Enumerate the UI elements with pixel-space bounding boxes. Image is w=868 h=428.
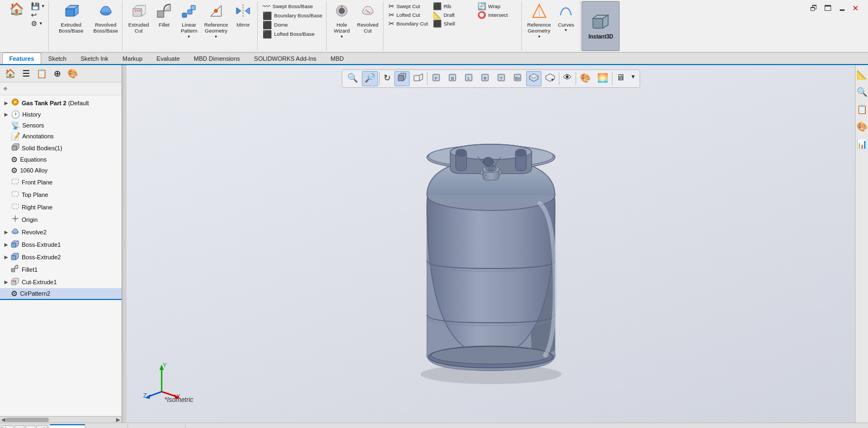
zoom-to-fit-button[interactable]: 🔍: [344, 71, 361, 86]
lofted-cut-button[interactable]: ✂ Lofted Cut: [387, 11, 430, 19]
save-button[interactable]: 💾 ▾: [29, 2, 46, 10]
tree-item-solid-bodies[interactable]: Solid Bodies(1): [0, 142, 122, 154]
nav-next-button[interactable]: ▶: [25, 425, 35, 428]
tree-item-front-plane[interactable]: Front Plane: [0, 176, 122, 188]
hole-wizard-button[interactable]: HoleWizard ▾: [330, 2, 354, 40]
tree-item-annotations[interactable]: 📝 Annotations: [0, 131, 122, 142]
viewport[interactable]: 🔍 🔎 ↻ F B L R T: [126, 65, 855, 423]
tab-evaluate[interactable]: Evaluate: [150, 53, 187, 64]
bottom-view-button[interactable]: Bo: [510, 71, 525, 86]
right-panel-display-button[interactable]: 📐: [854, 67, 868, 82]
tab-model[interactable]: Model: [50, 424, 85, 429]
filter-icon[interactable]: ⌖: [3, 84, 8, 93]
close-button[interactable]: ✕: [850, 3, 861, 13]
boundary-boss-button[interactable]: ⬛ Boundary Boss/Base: [261, 11, 324, 20]
tree-item-1060-alloy[interactable]: ⚙ 1060 Alloy: [0, 165, 122, 176]
right-panel-search-button[interactable]: 🔍: [854, 85, 868, 100]
tab-3d-views[interactable]: 3D Views: [85, 425, 128, 429]
scrollbar-thumb[interactable]: [5, 418, 49, 422]
horizontal-scrollbar[interactable]: ◀ ▶: [0, 416, 122, 423]
tab-mbd-dimensions[interactable]: MBD Dimensions: [187, 53, 247, 64]
reference-geometry2-button[interactable]: ReferenceGeometry ▾: [525, 2, 553, 40]
tree-item-boss-extrude1[interactable]: ▶ Boss-Extrude1: [0, 238, 122, 251]
home-button[interactable]: 🏠: [4, 2, 28, 17]
right-panel-config-button[interactable]: 📋: [854, 102, 868, 117]
config-manager-button[interactable]: ⊕: [51, 67, 63, 80]
swept-boss-label: Swept Boss/Base: [272, 3, 312, 9]
reference-geometry-button[interactable]: ReferenceGeometry ▾: [202, 2, 230, 40]
draft-button[interactable]: 📐 Draft: [431, 11, 475, 19]
intersect-button[interactable]: ⭕ Intersect: [476, 11, 519, 19]
tree-item-boss-extrude2[interactable]: ▶ Boss-Extrude2: [0, 251, 122, 263]
lofted-boss-button[interactable]: ⬛ Lofted Boss/Base: [261, 30, 324, 39]
tab-markup[interactable]: Markup: [116, 53, 150, 64]
list-view-button[interactable]: ☰: [20, 67, 33, 80]
tree-item-origin[interactable]: Origin: [0, 213, 122, 226]
display-settings-button[interactable]: 🖥: [614, 71, 628, 86]
display-more-button[interactable]: ▾: [629, 71, 637, 86]
tree-item-cut-extrude1[interactable]: ▶ Cut-Extrude1: [0, 276, 122, 288]
maximize-button[interactable]: 🗖: [821, 3, 834, 13]
settings-button[interactable]: ⚙ ▾: [29, 20, 46, 28]
restore-small-button[interactable]: 🗗: [807, 3, 820, 13]
isometric-view-button[interactable]: [526, 71, 541, 86]
more-views-button[interactable]: ▾: [542, 71, 558, 86]
right-panel-appearance-button[interactable]: 🎨: [854, 119, 868, 135]
tab-solidworks-addins[interactable]: SOLIDWORKS Add-Ins: [247, 53, 323, 64]
front-view-button[interactable]: F: [429, 71, 444, 86]
rotate-view-button[interactable]: ↻: [381, 71, 393, 86]
revolved-cut-button[interactable]: RevolvedCut: [355, 2, 381, 35]
scroll-left-button[interactable]: ◀: [1, 417, 5, 423]
undo-button[interactable]: ↩: [29, 11, 46, 19]
tree-item-sensors[interactable]: 📡 Sensors: [0, 120, 122, 131]
top-view-button[interactable]: T: [494, 71, 509, 86]
scenes-button[interactable]: 🌅: [595, 71, 611, 86]
tree-item-revolve2[interactable]: ▶ Revolve2: [0, 226, 122, 238]
tree-item-cirpattern2[interactable]: ⚙ CirPattern2: [0, 288, 122, 300]
feature-manager-button[interactable]: 🏠: [2, 67, 18, 80]
mirror-button[interactable]: Mirror: [231, 2, 255, 29]
tab-sketch[interactable]: Sketch: [41, 53, 74, 64]
appearance-manager-button[interactable]: 🎨: [65, 67, 81, 80]
tree-item-right-plane[interactable]: Right Plane: [0, 201, 122, 213]
extruded-boss-button[interactable]: Extruded Boss/Base: [52, 2, 90, 35]
extruded-cut-button[interactable]: ExtrudedCut: [126, 2, 151, 35]
rib-button[interactable]: ⬛ Rib: [431, 2, 475, 10]
tab-motion-study[interactable]: Motion Study 1: [128, 425, 186, 429]
revolved-boss-button[interactable]: RevolvedBoss/Base: [91, 2, 120, 35]
instant3d-button[interactable]: Instant3D: [582, 1, 620, 51]
perspective-button[interactable]: [411, 71, 426, 86]
tree-item-top-plane[interactable]: Top Plane: [0, 188, 122, 201]
tab-features[interactable]: Features: [2, 53, 41, 64]
panel-resize-handle[interactable]: ⋮: [122, 65, 126, 423]
hide-show-button[interactable]: 👁: [560, 71, 575, 86]
tree-root[interactable]: ▶ Gas Tank Part 2 (Default: [0, 97, 122, 109]
tab-sketch-ink[interactable]: Sketch Ink: [74, 53, 116, 64]
nav-prev-button[interactable]: ◀: [15, 425, 24, 428]
property-manager-button[interactable]: 📋: [34, 67, 50, 80]
scroll-right-button[interactable]: ▶: [116, 417, 120, 423]
tab-mbd[interactable]: MBD: [323, 53, 350, 64]
tree-item-history[interactable]: ▶ 🕐 History: [0, 109, 122, 120]
shell-button[interactable]: ⬛ Shell: [431, 20, 475, 28]
swept-cut-button[interactable]: ✂ Swept Cut: [387, 2, 430, 10]
linear-pattern-button[interactable]: LinearPattern ▾: [177, 2, 201, 40]
shaded-solid-button[interactable]: [394, 71, 410, 86]
nav-last-button[interactable]: ▶|: [36, 425, 48, 428]
right-view-button[interactable]: R: [477, 71, 493, 86]
appearance-button[interactable]: 🎨: [577, 71, 593, 86]
nav-first-button[interactable]: |◀: [2, 425, 14, 428]
wrap-button[interactable]: 🔄 Wrap: [476, 2, 519, 10]
swept-boss-button[interactable]: 〰 Swept Boss/Base: [261, 2, 324, 11]
boundary-cut-button[interactable]: ✂ Boundary Cut: [387, 20, 430, 28]
minimize-button[interactable]: 🗕: [835, 3, 848, 13]
dome-button[interactable]: ⬛ Dome: [261, 21, 324, 29]
fillet-button[interactable]: Fillet: [152, 2, 176, 29]
curves-button[interactable]: Curves ▾: [554, 2, 578, 34]
tree-item-equations[interactable]: ⚙ Equations: [0, 154, 122, 165]
left-view-button[interactable]: L: [461, 71, 476, 86]
tree-item-fillet1[interactable]: Fillet1: [0, 263, 122, 276]
zoom-realtime-button[interactable]: 🔎: [362, 71, 378, 86]
right-panel-stats-button[interactable]: 📊: [854, 137, 868, 152]
back-view-button[interactable]: B: [445, 71, 460, 86]
